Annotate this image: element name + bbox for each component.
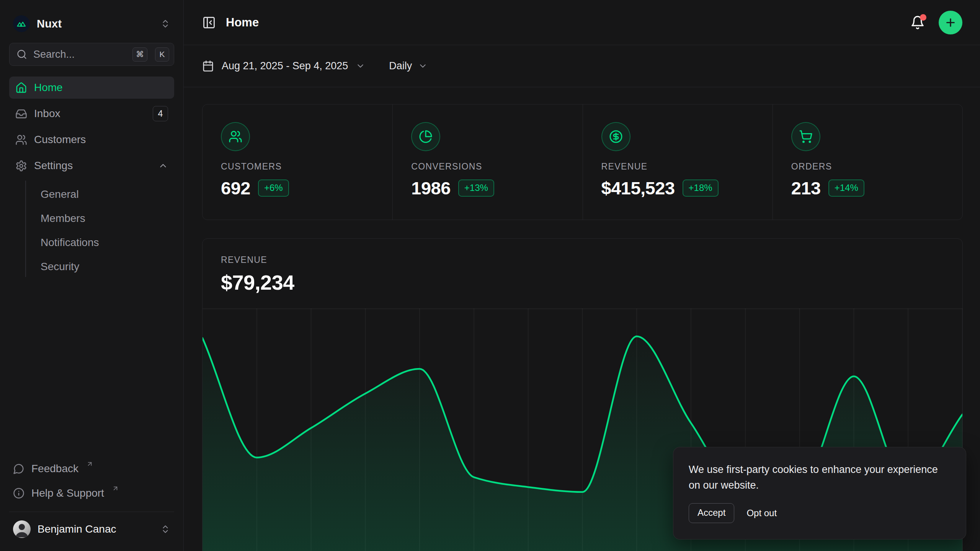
app: Nuxt Search... ⌘ K: [0, 0, 980, 551]
circle-dollar-icon: [609, 130, 623, 143]
sidebar-subitem-general[interactable]: General: [41, 184, 174, 205]
sidebar-item-inbox[interactable]: Inbox 4: [9, 103, 174, 125]
cookie-banner: We use first-party cookies to enhance yo…: [673, 447, 966, 540]
sidebar-item-home[interactable]: Home: [9, 77, 174, 99]
stat-delta-badge: +13%: [458, 179, 494, 197]
nuxt-logo-icon: [13, 15, 30, 32]
stat-label: REVENUE: [601, 161, 754, 172]
kbd-command: ⌘: [132, 47, 147, 62]
add-button[interactable]: [939, 11, 962, 34]
filter-bar: Aug 21, 2025 - Sep 4, 2025 Daily: [184, 45, 980, 87]
search-input[interactable]: Search... ⌘ K: [9, 43, 174, 66]
help-support-link[interactable]: Help & Support: [13, 483, 170, 504]
sidebar-item-label: Inbox: [34, 108, 60, 120]
notification-dot: [920, 14, 926, 21]
main-header: Home: [184, 0, 980, 45]
stat-card-orders: ORDERS 213 +14%: [773, 104, 962, 220]
granularity-label: Daily: [389, 60, 412, 72]
stat-card-conversions: CONVERSIONS 1986 +13%: [392, 104, 582, 220]
revenue-chart-value: $79,234: [221, 271, 944, 294]
subitem-label: Notifications: [41, 236, 99, 249]
stat-delta-badge: +6%: [258, 179, 289, 197]
plus-icon: [944, 16, 957, 29]
avatar: [13, 520, 31, 538]
sidebar-item-settings[interactable]: Settings: [9, 155, 174, 177]
granularity-select[interactable]: Daily: [389, 60, 428, 72]
sidebar-item-customers[interactable]: Customers: [9, 129, 174, 151]
gear-icon: [15, 160, 27, 172]
user-menu[interactable]: Benjamin Canac: [9, 512, 174, 541]
stat-value: $415,523: [601, 178, 675, 199]
panel-left-close-icon: [202, 16, 216, 29]
inbox-count-badge: 4: [153, 106, 168, 121]
stat-label: CUSTOMERS: [221, 161, 374, 172]
sidebar-subitem-security[interactable]: Security: [41, 256, 174, 277]
sidebar-item-label: Home: [34, 82, 63, 94]
page-title: Home: [226, 16, 259, 29]
sidebar-item-label: Settings: [34, 160, 73, 172]
sidebar: Nuxt Search... ⌘ K: [0, 0, 184, 551]
stat-card-customers: CUSTOMERS 692 +6%: [203, 104, 392, 220]
sidebar-footer: Feedback Help & Support: [9, 458, 174, 504]
pie-chart-icon: [419, 130, 433, 143]
user-name: Benjamin Canac: [38, 523, 116, 535]
sidebar-subitem-members[interactable]: Members: [41, 208, 174, 229]
info-icon: [13, 487, 24, 499]
arrow-up-right-icon: [86, 460, 93, 468]
header-actions: [910, 11, 962, 34]
notifications-button[interactable]: [910, 15, 925, 30]
kbd-k: K: [155, 47, 169, 62]
arrow-up-right-icon: [112, 485, 119, 492]
stat-label: CONVERSIONS: [411, 161, 564, 172]
calendar-icon: [202, 60, 214, 72]
opt-out-button[interactable]: Opt out: [746, 508, 777, 518]
workspace-name: Nuxt: [37, 18, 62, 30]
date-range-picker[interactable]: Aug 21, 2025 - Sep 4, 2025: [202, 60, 365, 72]
sidebar-nav: Home Inbox 4 C: [9, 77, 174, 277]
chevrons-up-down-icon: [160, 524, 170, 534]
date-range-label: Aug 21, 2025 - Sep 4, 2025: [222, 60, 348, 72]
revenue-chart-label: REVENUE: [221, 255, 944, 265]
users-icon: [229, 130, 242, 143]
sidebar-item-label: Customers: [34, 134, 86, 146]
workspace-switcher[interactable]: Nuxt: [9, 14, 174, 34]
stat-delta-badge: +14%: [828, 179, 864, 197]
stats-panel: CUSTOMERS 692 +6% CONVERSIONS 1986: [202, 104, 963, 220]
stat-label: ORDERS: [791, 161, 944, 172]
chevron-down-icon: [356, 61, 365, 71]
footer-link-label: Help & Support: [31, 487, 104, 499]
stat-card-revenue: REVENUE $415,523 +18%: [583, 104, 773, 220]
cookie-actions: Accept Opt out: [689, 503, 951, 523]
chevrons-up-down-icon: [160, 19, 170, 29]
home-icon: [15, 82, 27, 94]
feedback-link[interactable]: Feedback: [13, 458, 170, 479]
sidebar-collapse-button[interactable]: [202, 16, 216, 29]
chevron-up-icon: [158, 161, 168, 171]
stat-value: 213: [791, 178, 821, 199]
accept-button[interactable]: Accept: [689, 503, 734, 523]
stat-delta-badge: +18%: [683, 179, 719, 197]
chevron-down-icon: [418, 61, 428, 71]
cookie-message: We use first-party cookies to enhance yo…: [689, 462, 951, 493]
search-icon: [16, 49, 27, 60]
shopping-cart-icon: [799, 130, 813, 143]
stat-value: 692: [221, 178, 250, 199]
search-placeholder: Search...: [33, 49, 125, 60]
settings-subnav: General Members Notifications Security: [25, 181, 174, 277]
users-icon: [15, 134, 27, 146]
sidebar-subitem-notifications[interactable]: Notifications: [41, 232, 174, 253]
inbox-icon: [15, 108, 27, 120]
message-circle-icon: [13, 463, 24, 474]
footer-link-label: Feedback: [31, 463, 78, 475]
stat-value: 1986: [411, 178, 451, 199]
subitem-label: General: [41, 188, 79, 201]
subitem-label: Security: [41, 261, 79, 273]
subitem-label: Members: [41, 212, 85, 225]
